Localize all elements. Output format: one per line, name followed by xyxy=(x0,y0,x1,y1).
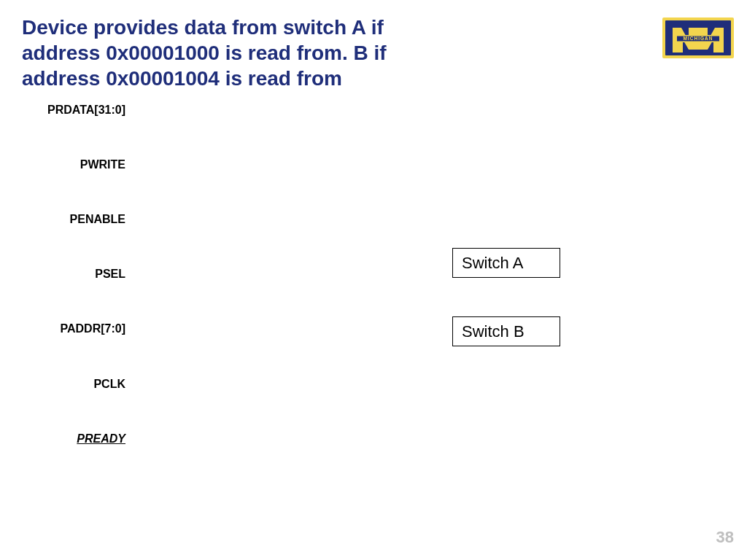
switch-a-label: Switch A xyxy=(462,254,523,273)
michigan-logo: MICHIGAN xyxy=(658,15,738,62)
signal-pclk: PCLK xyxy=(9,378,125,391)
page-number: 38 xyxy=(716,528,734,547)
switch-a-box: Switch A xyxy=(452,248,560,278)
switch-b-box: Switch B xyxy=(452,316,560,346)
svg-text:MICHIGAN: MICHIGAN xyxy=(684,36,713,41)
signal-prdata: PRDATA[31:0] xyxy=(9,104,125,117)
signal-penable: PENABLE xyxy=(9,213,125,226)
signal-pwrite: PWRITE xyxy=(9,158,125,171)
signal-paddr: PADDR[7:0] xyxy=(9,322,125,335)
switch-b-label: Switch B xyxy=(462,322,525,341)
signal-psel: PSEL xyxy=(9,268,125,281)
slide-title: Device provides data from switch A if ad… xyxy=(22,15,452,91)
signal-pready: PREADY xyxy=(9,432,125,446)
